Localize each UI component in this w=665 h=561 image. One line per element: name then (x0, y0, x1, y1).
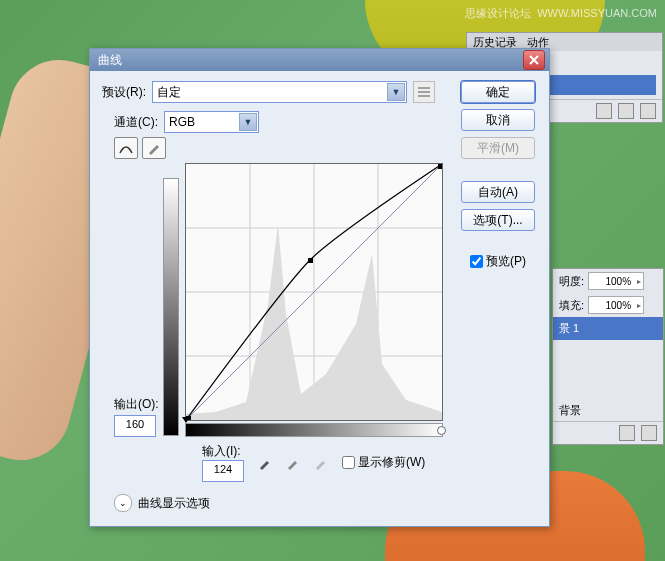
smooth-button: 平滑(M) (461, 137, 535, 159)
expand-options-button[interactable]: ⌄ (114, 494, 132, 512)
opacity-value[interactable]: 100% (588, 272, 644, 290)
options-button[interactable]: 选项(T)... (461, 209, 535, 231)
channel-label: 通道(C): (114, 114, 158, 131)
white-point-slider[interactable] (437, 426, 446, 435)
opacity-label: 明度: (559, 274, 584, 289)
titlebar[interactable]: 曲线 (90, 49, 549, 71)
preview-checkbox[interactable]: 预览(P) (470, 253, 526, 270)
input-field[interactable]: 124 (202, 460, 244, 482)
eyedropper-icon (257, 455, 273, 471)
menu-icon (418, 87, 430, 97)
watermark: 思缘设计论坛WWW.MISSYUAN.COM (465, 6, 657, 21)
chevron-down-icon: ▼ (239, 113, 257, 131)
chevron-down-icon: ⌄ (119, 498, 127, 508)
show-clipping-checkbox[interactable]: 显示修剪(W) (342, 454, 425, 471)
preset-menu-button[interactable] (413, 81, 435, 103)
white-eyedropper[interactable] (310, 454, 332, 472)
black-point-slider[interactable] (182, 417, 190, 423)
curve-tool-button[interactable] (114, 137, 138, 159)
curves-dialog: 曲线 预设(R): 自定▼ 通道(C): RGB▼ (89, 48, 550, 527)
eyedropper-icon (285, 455, 301, 471)
fill-label: 填充: (559, 298, 584, 313)
pencil-tool-button[interactable] (142, 137, 166, 159)
layers-panel: 明度:100% 填充:100% 景 1 背景 (552, 268, 664, 445)
output-label: 输出(O): (114, 396, 159, 413)
layer-icon[interactable] (641, 425, 657, 441)
svg-rect-8 (438, 164, 442, 169)
close-icon (529, 55, 539, 65)
curves-graph[interactable] (185, 163, 443, 421)
pencil-icon (147, 141, 161, 155)
trash-icon[interactable] (640, 103, 656, 119)
svg-rect-7 (308, 258, 313, 263)
auto-button[interactable]: 自动(A) (461, 181, 535, 203)
ok-button[interactable]: 确定 (461, 81, 535, 103)
cancel-button[interactable]: 取消 (461, 109, 535, 131)
output-field[interactable]: 160 (114, 415, 156, 437)
close-button[interactable] (523, 50, 545, 70)
curve-icon (118, 141, 134, 155)
eyedropper-icon (313, 455, 329, 471)
layer-item[interactable]: 景 1 (553, 317, 663, 340)
history-icon[interactable] (596, 103, 612, 119)
output-gradient (163, 178, 179, 436)
input-gradient (185, 423, 443, 437)
fill-value[interactable]: 100% (588, 296, 644, 314)
black-eyedropper[interactable] (254, 454, 276, 472)
layer-icon[interactable] (619, 425, 635, 441)
new-snapshot-icon[interactable] (618, 103, 634, 119)
preset-label: 预设(R): (102, 84, 146, 101)
expand-label: 曲线显示选项 (138, 495, 210, 512)
preset-combo[interactable]: 自定▼ (152, 81, 407, 103)
dialog-title: 曲线 (94, 52, 523, 69)
channel-combo[interactable]: RGB▼ (164, 111, 259, 133)
chevron-down-icon: ▼ (387, 83, 405, 101)
input-label: 输入(I): (202, 443, 244, 460)
gray-eyedropper[interactable] (282, 454, 304, 472)
layer-background[interactable]: 背景 (553, 400, 663, 421)
